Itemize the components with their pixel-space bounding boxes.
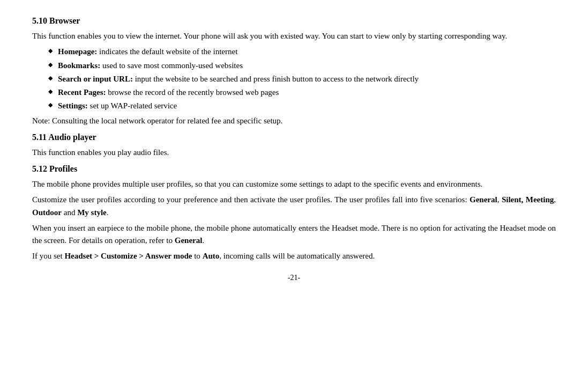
profiles-para4-mid: to xyxy=(192,252,202,260)
bullet-search-url-label: Search or input URL: xyxy=(58,75,133,83)
profiles-para2-general: General xyxy=(470,195,497,204)
profiles-para4-headset-customize: Headset > Customize > Answer mode xyxy=(64,252,192,260)
bullet-bookmarks-text: used to save most commonly-used websites xyxy=(100,61,243,70)
bullet-settings-label: Settings: xyxy=(58,101,88,110)
profiles-para2-end: . xyxy=(107,208,109,217)
bullet-homepage: Homepage: indicates the default website … xyxy=(48,46,556,58)
bullet-recent-pages-label: Recent Pages: xyxy=(58,88,106,97)
bullet-search-url: Search or input URL: input the website t… xyxy=(48,73,556,85)
bullet-recent-pages-text: browse the record of the recently browse… xyxy=(106,88,279,97)
bullet-settings: Settings: set up WAP-related service xyxy=(48,100,556,112)
section-5-12-para1: The mobile phone provides multiple user … xyxy=(32,178,556,190)
profiles-para2-mystyle: My style xyxy=(77,208,107,217)
section-5-12-title: 5.12 Profiles xyxy=(32,164,77,173)
section-5-10-heading: 5.10 Browser xyxy=(32,16,556,26)
section-5-12: 5.12 Profiles The mobile phone provides … xyxy=(32,164,556,263)
section-5-10-bullets: Homepage: indicates the default website … xyxy=(48,46,556,112)
profiles-para4-end: , incoming calls will be automatically a… xyxy=(219,252,375,260)
section-5-11: 5.11 Audio player This function enables … xyxy=(32,133,556,159)
profiles-para3-general: General xyxy=(175,236,203,245)
section-5-10-intro: This function enables you to view the in… xyxy=(32,30,556,42)
profiles-para2-mid2: , xyxy=(554,195,556,204)
profiles-para3-end: . xyxy=(202,236,204,245)
profiles-para4-before: If you set xyxy=(32,252,64,260)
page-number: -21- xyxy=(32,274,556,282)
profiles-para2-mid3: and xyxy=(62,208,77,217)
bullet-settings-text: set up WAP-related service xyxy=(88,101,177,110)
bullet-search-url-text: input the website to be searched and pre… xyxy=(133,75,419,83)
section-5-11-intro: This function enables you play audio fil… xyxy=(32,146,556,159)
profiles-para2-before: Customize the user profiles according to… xyxy=(32,195,470,204)
profiles-para4-auto: Auto xyxy=(203,252,220,260)
bullet-homepage-text: indicates the default website of the int… xyxy=(97,47,237,56)
section-5-10: 5.10 Browser This function enables you t… xyxy=(32,16,556,127)
section-5-12-heading: 5.12 Profiles xyxy=(32,164,556,174)
section-5-12-para3: When you insert an earpiece to the mobil… xyxy=(32,222,556,247)
profiles-para2-mid1: , xyxy=(497,195,502,204)
bullet-bookmarks: Bookmarks: used to save most commonly-us… xyxy=(48,60,556,72)
bullet-recent-pages: Recent Pages: browse the record of the r… xyxy=(48,86,556,99)
section-5-10-number: 5.10 Browser xyxy=(32,16,80,25)
section-5-10-note: Note: Consulting the local network opera… xyxy=(32,115,556,127)
profiles-para2-outdoor: Outdoor xyxy=(32,208,62,217)
section-5-11-title: 5.11 Audio player xyxy=(32,133,96,142)
profiles-para3-before: When you insert an earpiece to the mobil… xyxy=(32,224,556,245)
section-5-12-para4: If you set Headset > Customize > Answer … xyxy=(32,250,556,262)
section-5-11-heading: 5.11 Audio player xyxy=(32,133,556,142)
profiles-para2-silent-meeting: Silent, Meeting xyxy=(502,195,554,204)
bullet-bookmarks-label: Bookmarks: xyxy=(58,61,100,70)
section-5-12-para2: Customize the user profiles according to… xyxy=(32,194,556,219)
bullet-homepage-label: Homepage: xyxy=(58,47,97,56)
